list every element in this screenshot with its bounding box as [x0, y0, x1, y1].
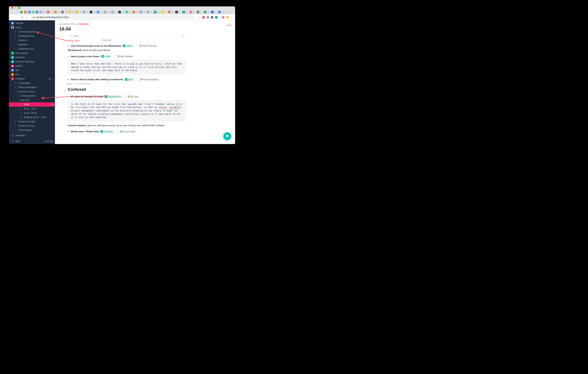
- intercom-launcher[interactable]: [223, 132, 231, 140]
- extension-icon[interactable]: [215, 16, 218, 19]
- browser-tab[interactable]: E: [157, 10, 160, 14]
- browser-tab[interactable]: F: [129, 10, 132, 14]
- browser-tab[interactable]: ≡: [218, 10, 221, 14]
- close-window-icon[interactable]: [11, 7, 13, 9]
- browser-tab[interactable]: ✴: [203, 10, 207, 14]
- tag-badge[interactable]: Team Production: [138, 44, 158, 47]
- browser-tab[interactable]: S: [214, 10, 217, 14]
- maximize-window-icon[interactable]: [18, 7, 20, 9]
- new-app-button[interactable]: + New App: [43, 140, 53, 142]
- item-menu-icon[interactable]: •••: [51, 103, 53, 106]
- breadcrumb-entity[interactable]: ✦ FEEDBACK: [76, 23, 89, 25]
- browser-tab[interactable]: C: [139, 10, 143, 14]
- forward-icon[interactable]: →: [15, 16, 19, 19]
- sidebar-item[interactable]: ▾April 2020: [9, 98, 55, 102]
- browser-tab[interactable]: V: [207, 10, 210, 14]
- more-menu-icon[interactable]: •••: [227, 23, 231, 27]
- browser-tab[interactable]: M: [64, 10, 67, 14]
- sidebar-item[interactable]: 16.04•••: [9, 102, 55, 107]
- sidebar-item[interactable]: ∿Candidates flow: [9, 47, 55, 51]
- sidebar-item[interactable]: ⋮⋮Conversations: [9, 128, 55, 132]
- favorite-star-icon[interactable]: ☆: [90, 23, 93, 25]
- sidebar-item[interactable]: WWiki: [9, 68, 55, 72]
- browser-tab[interactable]: 2: [107, 10, 110, 14]
- browser-tab[interactable]: ⊕: [82, 10, 86, 14]
- company-badge[interactable]: Ltraitdna: [122, 44, 133, 47]
- browser-tab[interactable]: W: [104, 10, 107, 14]
- browser-tab[interactable]: Y: [161, 10, 164, 14]
- sidebar-templates[interactable]: ⊞ Templates: [9, 133, 55, 138]
- browser-tab[interactable]: ●: [210, 10, 214, 14]
- sidebar-item[interactable]: Getting Started: [9, 94, 55, 98]
- browser-tab[interactable]: ✴: [153, 10, 157, 14]
- browser-tab[interactable]: ≡: [35, 10, 39, 14]
- browser-tab[interactable]: ♪: [75, 10, 78, 14]
- browser-tab[interactable]: ▦: [32, 10, 35, 14]
- browser-tab[interactable]: ▦: [125, 10, 128, 14]
- browser-tab[interactable]: L: [221, 10, 224, 14]
- reload-icon[interactable]: ⟳: [20, 16, 24, 19]
- tag-badge[interactable]: Personal Sandbox: [139, 78, 160, 81]
- browser-tab[interactable]: N: [122, 10, 125, 14]
- filter-icon[interactable]: ⇅: [182, 35, 184, 37]
- sidebar-item[interactable]: ≣Candidates Flow: [9, 34, 55, 38]
- company-badge[interactable]: Lsparktrajectory: [104, 95, 122, 98]
- sidebar-item[interactable]: Demo call template: [9, 85, 55, 90]
- extension-icon[interactable]: [222, 16, 224, 19]
- browser-tab[interactable]: N: [100, 10, 103, 14]
- browser-tab[interactable]: C: [86, 10, 89, 14]
- sidebar-item[interactable]: ▦Tutorials: [9, 21, 55, 25]
- sidebar-item[interactable]: ◎Customer Discovery: [9, 60, 55, 64]
- back-icon[interactable]: ←: [10, 16, 14, 19]
- browser-tab[interactable]: T: [150, 10, 153, 14]
- extension-icon[interactable]: [207, 16, 209, 19]
- browser-tab[interactable]: ♠: [196, 10, 200, 14]
- chevron-down-icon[interactable]: ⌄: [178, 35, 179, 37]
- browser-tab[interactable]: M: [111, 10, 114, 14]
- browser-tab[interactable]: ◉: [189, 10, 193, 14]
- browser-tab[interactable]: L: [200, 10, 203, 14]
- sidebar-item[interactable]: Our hiring process: [9, 30, 55, 34]
- sidebar-item[interactable]: ♡Data Analysis: [9, 51, 55, 55]
- browser-tab[interactable]: M: [175, 10, 178, 14]
- menu-icon[interactable]: ⋮: [230, 16, 234, 19]
- browser-tab[interactable]: M: [118, 10, 121, 14]
- new-tab-button[interactable]: +: [225, 10, 228, 14]
- browser-tab[interactable]: ◆: [96, 10, 100, 14]
- sidebar-item[interactable]: MMarketing: [9, 55, 55, 60]
- slash-placeholder[interactable]: Type `/` to insert a block: [68, 82, 186, 85]
- sidebar-item[interactable]: Requests 26.03 - 02.04: [9, 115, 55, 120]
- browser-tab[interactable]: T: [136, 10, 139, 14]
- browser-tab[interactable]: ▶: [53, 10, 57, 14]
- browser-tab[interactable]: W: [146, 10, 150, 14]
- tag-badge[interactable]: Account Setup: [119, 130, 136, 133]
- browser-tab[interactable]: S: [61, 10, 64, 14]
- extension-icon[interactable]: [211, 16, 213, 19]
- tag-badge[interactable]: 💰Paid: [127, 95, 139, 98]
- sidebar-item[interactable]: ⋮⋮Interviews: [9, 42, 55, 47]
- browser-tab[interactable]: ●: [23, 10, 27, 14]
- sidebar-item[interactable]: 04.02 - 08.04: [9, 111, 55, 115]
- browser-tab[interactable]: ▶: [46, 10, 50, 14]
- browser-tab[interactable]: ⊕: [39, 10, 43, 14]
- avatar-icon[interactable]: [226, 16, 229, 19]
- sidebar-item[interactable]: ≣Problems by State: [9, 120, 55, 124]
- company-badge[interactable]: Lnottapl: [101, 55, 111, 58]
- browser-tab-active[interactable]: ✴: [20, 10, 23, 14]
- url-input[interactable]: 🔒 the.fibery.io/Feedback/16.04-3120: [30, 15, 196, 20]
- extension-icon[interactable]: [202, 16, 205, 19]
- browser-tab[interactable]: M: [89, 10, 93, 14]
- status-field[interactable]: ✓ Status ⌄ ⇅: [68, 33, 186, 38]
- company-badge[interactable]: Lagillic: [124, 78, 134, 81]
- browser-tab[interactable]: C: [172, 10, 175, 14]
- browser-tab[interactable]: 22: [28, 10, 31, 14]
- browser-tab[interactable]: Y: [68, 10, 71, 14]
- sidebar-item[interactable]: ⬢SoftDev: [9, 64, 55, 68]
- browser-tab[interactable]: V: [165, 10, 167, 14]
- minimize-window-icon[interactable]: [15, 7, 17, 9]
- sidebar-item[interactable]: ⋮⋮Problems by Epic: [9, 124, 55, 128]
- sidebar-item[interactable]: 1:1 template: [9, 81, 55, 85]
- browser-tab[interactable]: H: [50, 10, 53, 14]
- browser-tab[interactable]: C: [143, 10, 146, 14]
- browser-tab[interactable]: A: [168, 10, 171, 14]
